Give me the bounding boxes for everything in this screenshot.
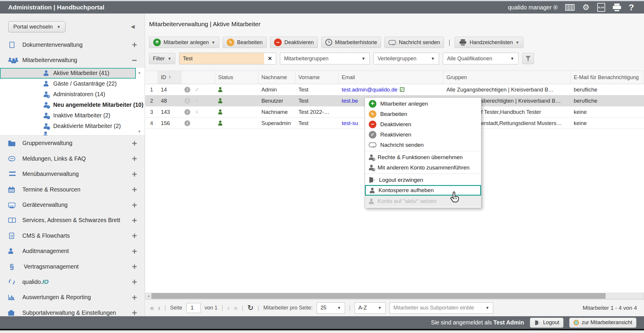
first-page-icon[interactable] xyxy=(150,304,154,312)
menu-item-logout-erzwingen[interactable]: Logout erzwingen xyxy=(365,175,481,185)
menu-item-nachricht-senden[interactable]: Nachricht senden xyxy=(365,140,481,150)
scrollbar-thumb[interactable] xyxy=(151,293,605,299)
employee-view-button[interactable]: zur Mitarbeiteransicht xyxy=(569,318,636,328)
column-header-benachrichtigung[interactable]: E-Mail für Benachrichtigung xyxy=(571,71,644,84)
menu-item-konto-zusammenfuehren[interactable]: ⚙ Mit anderem Konto zusammenführen xyxy=(365,162,481,173)
sidebar-item-menuebaumverwaltung[interactable]: Menübaumverwaltung xyxy=(0,166,145,182)
expand-plus-icon[interactable] xyxy=(132,231,137,240)
history-button[interactable]: Mitarbeiterhistorie xyxy=(321,37,381,48)
email-link[interactable]: test.be xyxy=(342,98,358,104)
sidebar-item-dokumentenverwaltung[interactable]: Dokumentenverwaltung xyxy=(0,37,145,52)
menu-item-mitarbeiter-anlegen[interactable]: Mitarbeiter anlegen xyxy=(365,99,481,109)
filter-button[interactable]: Filter xyxy=(149,53,175,64)
barcode-icon[interactable] xyxy=(565,3,575,12)
info-icon[interactable]: i xyxy=(184,109,190,115)
last-page-icon[interactable] xyxy=(234,304,238,312)
sidebar-item-auditmanagement[interactable]: Auditmanagement xyxy=(0,244,145,259)
gears-icon[interactable] xyxy=(582,3,589,12)
email-link[interactable]: test-su xyxy=(342,120,358,126)
sidebar-item-deaktivierte[interactable]: − Deaktivierte Mitarbeiter (2) xyxy=(0,121,145,131)
subportal-select[interactable]: Mitarbeiter aus Subportalen einble xyxy=(390,302,493,314)
menu-item-reaktivieren[interactable]: Reaktivieren xyxy=(365,129,481,140)
per-page-select[interactable]: 25 xyxy=(317,302,345,314)
sidebar-item-meldungen[interactable]: Meldungen, Links & FAQ xyxy=(0,151,145,166)
person-icon xyxy=(44,70,49,76)
sidebar-item-vertragsmanagement[interactable]: § Vertragsmanagement xyxy=(0,259,145,274)
sidebar-item-mitarbeiterverwaltung[interactable]: Mitarbeiterverwaltung xyxy=(0,52,145,68)
email-link[interactable]: test.admin@qualido.de xyxy=(342,86,398,93)
portal-switch-button[interactable]: Portal wechseln xyxy=(8,21,66,32)
expand-plus-icon[interactable] xyxy=(132,247,137,256)
mitarbeiter-submenu: Aktive Mitarbeiter (41) Gäste / Gastantr… xyxy=(0,68,145,136)
person-icon xyxy=(8,248,22,254)
deactivate-button[interactable]: Deaktivieren xyxy=(270,37,318,48)
scroll-up-icon[interactable] xyxy=(138,70,141,74)
sidebar-item-inaktive[interactable]: ◔ Inaktive Mitarbeiter (2) xyxy=(0,110,145,121)
sidebar-item-administratoren[interactable]: ⚙ Administratoren (14) xyxy=(0,89,145,100)
clear-search-icon[interactable] xyxy=(264,53,276,64)
expand-plus-icon[interactable] xyxy=(132,262,137,271)
menu-item-rechte-uebernehmen[interactable]: ⚙ Rechte & Funktionen übernehmen xyxy=(365,152,481,162)
edit-button[interactable]: Bearbeiten xyxy=(223,37,267,48)
mitarbeitergruppen-select[interactable]: Mitarbeitergruppen xyxy=(280,53,370,64)
sidebar-item-geraeteverwaltung[interactable]: Geräteverwaltung xyxy=(0,197,145,212)
apply-filter-button[interactable] xyxy=(522,53,534,64)
horizontal-scrollbar[interactable] xyxy=(145,293,644,299)
logout-button[interactable]: Logout xyxy=(530,318,563,328)
table-row[interactable]: 1 14 i ♂ Admin Test test.admin@qualido.d… xyxy=(145,84,644,95)
info-icon[interactable]: i xyxy=(184,87,190,93)
column-header-vorname[interactable]: Vorname xyxy=(296,71,339,84)
expand-plus-icon[interactable] xyxy=(132,185,137,194)
minus-circle-icon xyxy=(274,39,282,46)
expand-plus-icon[interactable] xyxy=(132,139,137,148)
menu-item-deaktivieren[interactable]: Deaktivieren xyxy=(365,119,481,129)
sidebar-item-subportalverwaltung[interactable]: Subportalverwaltung & Einstellungen xyxy=(0,305,145,316)
qualifikationen-select[interactable]: Alle Qualifikationen xyxy=(443,53,518,64)
scroll-left-icon[interactable] xyxy=(146,293,151,299)
help-icon[interactable]: ? xyxy=(629,3,634,12)
scroll-down-icon[interactable] xyxy=(138,129,141,134)
sidebar-item-termine[interactable]: Termine & Ressourcen xyxy=(0,182,145,197)
prev-page-icon[interactable] xyxy=(158,304,160,312)
column-header-status[interactable]: Status xyxy=(215,71,258,84)
column-header-email[interactable]: Email xyxy=(339,71,443,84)
print-icon[interactable] xyxy=(613,3,621,12)
expand-plus-icon[interactable] xyxy=(132,154,137,163)
info-icon[interactable]: i xyxy=(184,98,190,104)
sidebar-collapse-icon[interactable] xyxy=(131,24,135,30)
expand-plus-icon[interactable] xyxy=(132,277,137,286)
column-header-nachname[interactable]: Nachname xyxy=(258,71,296,84)
menu-item-kontosperre-aufheben[interactable]: Kontosperre aufheben xyxy=(365,185,481,196)
sort-order-select[interactable]: A-Z xyxy=(355,302,386,314)
sidebar-item-services[interactable]: Services, Adressen & Schwarzes Brett xyxy=(0,213,145,228)
expand-plus-icon[interactable] xyxy=(132,40,137,49)
sidebar-item-neu-angemeldete[interactable]: + Neu angemeldete Mitarbeiter (10) xyxy=(0,100,145,110)
expand-plus-icon[interactable] xyxy=(132,170,137,179)
sidebar-item-qualido-io[interactable]: qualido.IO xyxy=(0,274,145,289)
page-number-input[interactable] xyxy=(186,303,201,313)
sidebar-item-auswertungen[interactable]: Auswertungen & Reporting xyxy=(0,290,145,305)
expand-plus-icon[interactable] xyxy=(132,201,137,209)
sidebar-item-gaeste[interactable]: Gäste / Gastanträge (22) xyxy=(0,79,145,89)
sidebar-item-gruppenverwaltung[interactable]: Gruppenverwaltung xyxy=(0,136,145,151)
expand-plus-icon[interactable] xyxy=(132,293,137,302)
sidebar-item-aktive-mitarbeiter[interactable]: Aktive Mitarbeiter (41) xyxy=(0,68,136,79)
info-icon[interactable]: i xyxy=(184,120,190,126)
collapse-minus-icon[interactable] xyxy=(132,56,137,65)
handzeichenlisten-button[interactable]: Handzeichenlisten xyxy=(455,37,523,48)
sidebar-item-cms[interactable]: CMS & Flowcharts xyxy=(0,228,145,243)
xlsx-export-icon[interactable]: XLSX xyxy=(597,3,605,12)
menu-item-bearbeiten[interactable]: Bearbeiten xyxy=(365,109,481,119)
column-header-id[interactable]: ID xyxy=(158,71,181,84)
send-message-button[interactable]: Nachricht senden xyxy=(384,37,444,48)
next-page-icon[interactable] xyxy=(227,304,230,312)
column-header-gruppen[interactable]: Gruppen xyxy=(443,71,571,84)
create-employee-button[interactable]: Mitarbeiter anlegen xyxy=(149,37,219,48)
view-circle-icon xyxy=(573,320,579,325)
refresh-icon[interactable] xyxy=(247,304,253,312)
expand-plus-icon[interactable] xyxy=(132,308,137,316)
search-input[interactable] xyxy=(179,53,264,64)
verteilergruppen-select[interactable]: Verteilergruppen xyxy=(373,53,439,64)
expand-plus-icon[interactable] xyxy=(132,216,137,225)
chevron-down-icon xyxy=(510,56,514,61)
